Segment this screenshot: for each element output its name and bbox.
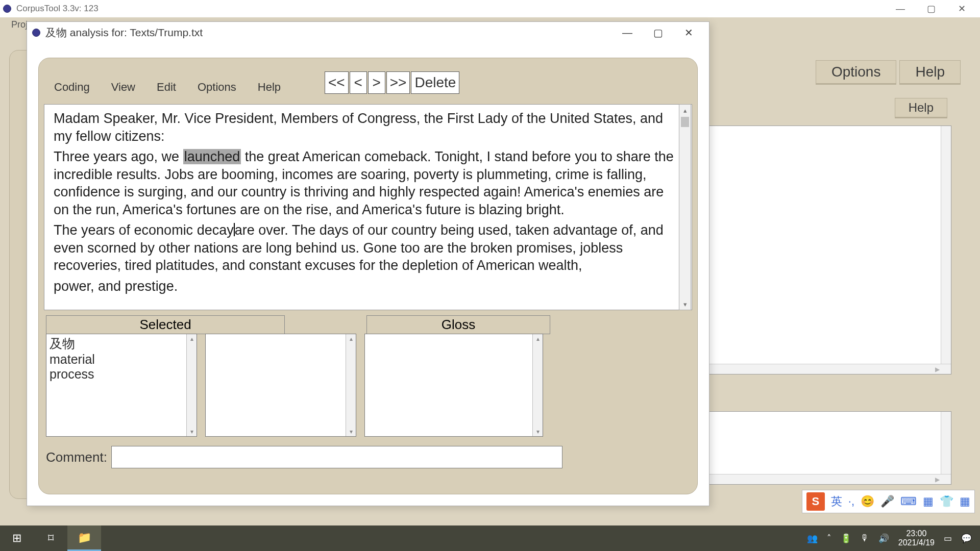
textarea-scrollbar[interactable]: ▴ ▾ [679,104,691,310]
scroll-up-icon[interactable]: ▴ [187,334,197,343]
scrollbar-vertical[interactable] [941,126,951,364]
scrollbar-vertical[interactable] [941,412,951,474]
clock-date: 2021/4/19 [898,538,935,547]
scroll-up-icon[interactable]: ▴ [533,334,543,343]
ime-punct-icon[interactable]: ·, [848,495,854,508]
selected-scrollbar[interactable]: ▴ ▾ [186,334,197,436]
ime-skin-icon[interactable]: 👕 [940,495,953,508]
chat-icon[interactable]: 💬 [961,533,972,544]
text-caret [234,223,235,236]
microphone-icon[interactable]: 🎙 [861,533,869,543]
menu-options[interactable]: Options [198,81,236,94]
text-paragraph-3: The years of economic decayare over. The… [54,221,681,274]
comment-input[interactable] [111,446,562,468]
main-title: CorpusTool 3.3v: 123 [16,4,99,14]
ime-emoji-icon[interactable]: 😊 [861,495,874,508]
lists-row: 及物 material process ▴ ▾ ▴ ▾ ▴ [46,334,543,437]
battery-icon[interactable]: 🔋 [841,533,851,544]
p2-pre: Three years ago, we [54,149,183,164]
menu-edit[interactable]: Edit [157,81,176,94]
right-toolbar: Options Help [816,60,961,84]
notifications-icon[interactable]: ▭ [944,533,952,544]
file-explorer-taskbar-icon[interactable]: 📁 [67,525,101,551]
header-selected: Selected [46,315,285,334]
task-view-button[interactable]: ⌑ [34,525,67,551]
people-icon[interactable]: 👥 [807,533,818,544]
selected-listbox[interactable]: 及物 material process ▴ ▾ [46,334,197,437]
nav-last-button[interactable]: >> [386,71,410,94]
scroll-down-icon[interactable]: ▾ [679,298,691,310]
ime-more-icon[interactable]: ▦ [960,495,970,508]
scrollbar-horizontal[interactable] [707,364,951,374]
options-button[interactable]: Options [816,60,897,84]
clock-time: 23:00 [898,529,935,538]
middle-scrollbar[interactable]: ▴ ▾ [346,334,356,436]
scroll-down-icon[interactable]: ▾ [187,427,197,436]
menu-view[interactable]: View [111,81,135,94]
ime-keyboard-icon[interactable]: ⌨ [900,495,917,508]
scroll-thumb[interactable] [681,117,689,127]
list-headers: Selected Gloss [46,315,550,334]
help-button[interactable]: Help [899,60,961,84]
analysis-window: 及物 analysis for: Texts/Trump.txt — ▢ ✕ C… [27,21,709,506]
selected-item-1[interactable]: 及物 [50,335,193,352]
main-close-button[interactable]: ✕ [946,2,977,16]
main-maximize-button[interactable]: ▢ [916,2,946,16]
corpustool-main-window: CorpusTool 3.3v: 123 — ▢ ✕ Proje Options… [0,0,980,541]
gloss-listbox[interactable]: ▴ ▾ [364,334,543,437]
scroll-up-icon[interactable]: ▴ [346,334,356,343]
header-gloss: Gloss [366,315,550,334]
text-paragraph-2: Three years ago, we launched the great A… [54,148,681,218]
sogou-icon[interactable]: S [806,492,825,511]
right-panel-upper [706,126,951,374]
text-paragraph-1: Madam Speaker, Mr. Vice President, Membe… [54,110,681,145]
analysis-titlebar: 及物 analysis for: Texts/Trump.txt — ▢ ✕ [27,22,709,43]
middle-listbox[interactable]: ▴ ▾ [205,334,356,437]
scroll-down-icon[interactable]: ▾ [533,427,543,436]
text-area[interactable]: Madam Speaker, Mr. Vice President, Membe… [44,104,692,310]
help-secondary-button[interactable]: Help [895,98,947,117]
start-button[interactable]: ⊞ [0,525,34,551]
app-icon [3,5,11,13]
menu-coding[interactable]: Coding [54,81,90,94]
taskbar: ⊞ ⌑ 📁 👥 ˄ 🔋 🎙 🔊 23:00 2021/4/19 ▭ 💬 [0,525,980,551]
right-panel-lower [706,411,951,485]
highlighted-word[interactable]: launched [183,149,241,164]
ime-lang[interactable]: 英 [831,494,842,509]
ime-grid-icon[interactable]: ▦ [923,495,934,508]
analysis-title: 及物 analysis for: Texts/Trump.txt [45,26,203,40]
scroll-up-icon[interactable]: ▴ [679,105,691,116]
scroll-down-icon[interactable]: ▾ [346,427,356,436]
tray-chevron-icon[interactable]: ˄ [827,533,831,544]
system-tray: 👥 ˄ 🔋 🎙 🔊 23:00 2021/4/19 ▭ 💬 [807,529,980,548]
main-minimize-button[interactable]: — [885,2,916,16]
nav-first-button[interactable]: << [325,71,349,94]
analysis-body: Coding View Edit Options Help << < > >> … [38,58,698,494]
nav-prev-button[interactable]: < [350,71,367,94]
selected-item-3[interactable]: process [50,367,193,382]
main-titlebar: CorpusTool 3.3v: 123 — ▢ ✕ [0,0,980,17]
analysis-minimize-button[interactable]: — [612,22,643,43]
nav-buttons: << < > >> Delete [325,71,459,94]
ime-toolbar[interactable]: S 英 ·, 😊 🎤 ⌨ ▦ 👕 ▦ [802,490,975,513]
clock[interactable]: 23:00 2021/4/19 [898,529,935,548]
p3a: The years of economic decay [54,222,234,238]
ime-mic-icon[interactable]: 🎤 [880,495,894,508]
text-paragraph-3c: power, and prestige. [54,278,681,295]
nav-next-button[interactable]: > [368,71,385,94]
volume-icon[interactable]: 🔊 [878,533,889,544]
selected-item-2[interactable]: material [50,352,193,367]
comment-label: Comment: [46,449,107,465]
gloss-scrollbar[interactable]: ▴ ▾ [532,334,543,436]
comment-row: Comment: [46,446,562,468]
menu-help[interactable]: Help [258,81,281,94]
menubar: Coding View Edit Options Help [54,81,281,94]
analysis-maximize-button[interactable]: ▢ [643,22,673,43]
scrollbar-horizontal[interactable] [707,474,951,484]
analysis-close-button[interactable]: ✕ [673,22,704,43]
analysis-app-icon [32,29,40,37]
nav-delete-button[interactable]: Delete [411,71,459,94]
